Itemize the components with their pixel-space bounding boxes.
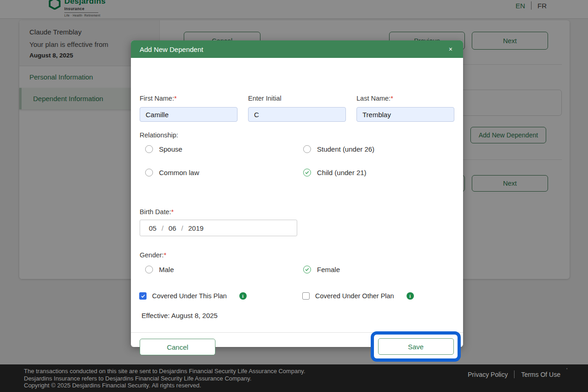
footer-line: Copyright © 2025 Desjardins Financial Se… [24, 382, 305, 389]
radio-student[interactable]: Student (under 26) [303, 145, 374, 153]
save-button[interactable]: Save [378, 338, 454, 355]
first-name-label: First Name:* [140, 95, 177, 102]
birth-month[interactable]: 05 [149, 224, 157, 232]
first-name-input[interactable] [140, 107, 237, 122]
radio-female[interactable]: Female [303, 266, 340, 273]
birth-day[interactable]: 06 [169, 224, 176, 232]
check-icon [305, 267, 310, 272]
info-icon[interactable]: i [407, 292, 414, 300]
footer-legal-text: The transactions conducted on this site … [24, 368, 305, 389]
cancel-button[interactable]: Cancel [140, 339, 215, 355]
check-icon [141, 294, 146, 299]
radio-circle-checked[interactable] [303, 266, 311, 273]
covered-under-this-plan-row: Covered Under This Plan i [139, 292, 247, 300]
radio-label: Spouse [159, 145, 182, 153]
page-footer: The transactions conducted on this site … [0, 364, 588, 392]
date-separator: / [162, 224, 164, 232]
checkbox-label: Covered Under Other Plan [315, 292, 394, 300]
initial-label: Enter Initial [248, 95, 282, 102]
required-asterisk: * [174, 95, 177, 102]
modal-header: Add New Dependent × [131, 40, 463, 58]
radio-common-law[interactable]: Common law [145, 169, 199, 176]
birth-date-label: Birth Date:* [140, 208, 174, 216]
covered-under-other-plan-row: Covered Under Other Plan i [302, 292, 414, 300]
radio-label: Student (under 26) [317, 145, 374, 153]
radio-label: Common law [159, 169, 199, 176]
required-asterisk: * [164, 251, 166, 259]
checkbox-label: Covered Under This Plan [152, 292, 227, 300]
radio-label: Male [159, 266, 174, 273]
info-icon[interactable]: i [239, 292, 247, 300]
modal-body: First Name:* Enter Initial Last Name:* R… [131, 58, 463, 347]
covered-this-plan-checkbox[interactable] [139, 292, 147, 300]
radio-circle[interactable] [145, 169, 153, 176]
privacy-policy-link[interactable]: Privacy Policy [468, 371, 508, 378]
modal-title: Add New Dependent [140, 45, 203, 53]
terms-of-use-link[interactable]: Terms Of Use [521, 371, 560, 378]
covered-other-plan-checkbox[interactable] [302, 292, 310, 300]
check-icon [305, 170, 310, 175]
footer-tick-mark: ' [566, 367, 567, 373]
birth-date-input[interactable]: 05 / 06 / 2019 [140, 220, 297, 236]
gender-label: Gender:* [140, 251, 166, 259]
save-button-highlight-ring: Save [371, 331, 461, 362]
footer-links: Privacy Policy Terms Of Use [468, 370, 560, 378]
footer-line: Desjardins Insurance refers to Desjardin… [24, 375, 305, 382]
effective-date-text: Effective: August 8, 2025 [141, 312, 218, 319]
date-separator: / [181, 224, 183, 232]
add-new-dependent-modal: Add New Dependent × First Name:* Enter I… [131, 40, 463, 347]
last-name-label: Last Name:* [356, 95, 393, 102]
radio-circle[interactable] [145, 145, 153, 153]
radio-label: Female [317, 266, 340, 273]
radio-circle-checked[interactable] [303, 169, 311, 176]
required-asterisk: * [390, 95, 393, 102]
radio-male[interactable]: Male [145, 266, 174, 273]
required-asterisk: * [171, 208, 174, 216]
relationship-label: Relationship: [140, 131, 178, 139]
radio-child[interactable]: Child (under 21) [303, 169, 367, 176]
footer-line: The transactions conducted on this site … [24, 368, 305, 375]
radio-circle[interactable] [303, 145, 311, 153]
radio-label: Child (under 21) [317, 169, 367, 176]
birth-year[interactable]: 2019 [188, 224, 204, 232]
footer-link-separator [514, 370, 514, 378]
radio-spouse[interactable]: Spouse [145, 145, 182, 153]
radio-circle[interactable] [145, 266, 153, 273]
close-icon[interactable]: × [447, 45, 454, 53]
initial-input[interactable] [248, 107, 346, 122]
last-name-input[interactable] [356, 107, 454, 122]
